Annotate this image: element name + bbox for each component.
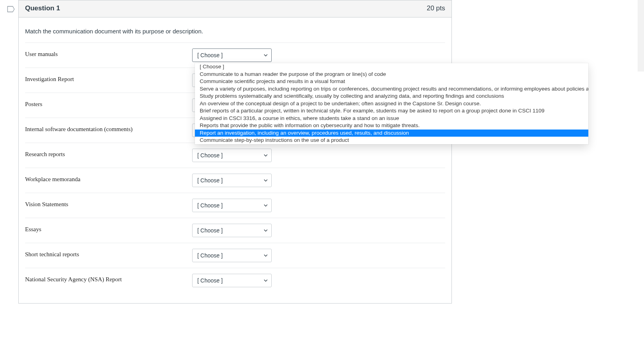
chevron-down-icon (263, 228, 268, 233)
dropdown-option[interactable]: [ Choose ] (195, 63, 588, 71)
select-wrap: [ Choose ] (192, 249, 272, 262)
chevron-down-icon (263, 278, 268, 283)
match-label: Posters (25, 99, 192, 108)
chevron-down-icon (263, 253, 268, 258)
chevron-down-icon (263, 153, 268, 158)
question-body: Match the communication document with it… (19, 17, 451, 303)
select-value: [ Choose ] (197, 252, 223, 259)
match-label: Workplace memoranda (25, 174, 192, 183)
select-wrap: [ Choose ] (192, 274, 272, 287)
match-row: Workplace memoranda[ Choose ] (25, 168, 445, 193)
match-label: Short technical reports (25, 249, 192, 258)
answer-select[interactable]: [ Choose ] (192, 149, 272, 162)
quiz-page: Question 1 20 pts Match the communicatio… (0, 0, 644, 354)
select-value: [ Choose ] (197, 52, 223, 58)
dropdown-option[interactable]: Reports that provide the public with inf… (195, 122, 588, 130)
dropdown-option[interactable]: Assigned in CSCI 3316, a course in ethic… (195, 115, 588, 122)
chevron-down-icon (263, 53, 268, 58)
question-card: Question 1 20 pts Match the communicatio… (18, 0, 452, 304)
match-label: Vision Statements (25, 199, 192, 208)
match-label: Investigation Report (25, 74, 192, 83)
select-value: [ Choose ] (197, 152, 223, 159)
select-wrap: [ Choose ] (192, 48, 272, 62)
dropdown-listbox[interactable]: [ Choose ]Communicate to a human reader … (195, 63, 588, 144)
scrollbar[interactable] (638, 0, 644, 72)
dropdown-option[interactable]: Study problems systematically and scient… (195, 93, 588, 100)
chevron-down-icon (263, 178, 268, 183)
match-label: User manuals (25, 48, 192, 58)
dropdown-option[interactable]: Serve a variety of purposes, including r… (195, 85, 588, 93)
dropdown-option[interactable]: An overview of the conceptual design of … (195, 100, 588, 108)
match-label: Essays (25, 224, 192, 233)
question-header: Question 1 20 pts (19, 0, 451, 17)
chevron-down-icon (263, 203, 268, 208)
match-label: Internal software documentation (comment… (25, 124, 192, 133)
match-row: Vision Statements[ Choose ] (25, 193, 445, 218)
match-row: National Security Agency (NSA) Report[ C… (25, 268, 445, 293)
match-row: Research reports[ Choose ] (25, 143, 445, 168)
dropdown-option[interactable]: Communicate to a human reader the purpos… (195, 71, 588, 78)
dropdown-option[interactable]: Brief reports of a particular project, w… (195, 107, 588, 115)
question-prompt: Match the communication document with it… (25, 25, 445, 43)
select-wrap: [ Choose ] (192, 149, 272, 162)
select-value: [ Choose ] (197, 202, 223, 209)
select-wrap: [ Choose ] (192, 174, 272, 187)
dropdown-option[interactable]: Communicate step-by-step instructions on… (195, 137, 588, 144)
match-row: Short technical reports[ Choose ] (25, 243, 445, 268)
answer-select[interactable]: [ Choose ] (192, 224, 272, 237)
select-value: [ Choose ] (197, 177, 223, 184)
match-label: National Security Agency (NSA) Report (25, 274, 192, 283)
question-points: 20 pts (427, 4, 445, 12)
flag-icon[interactable] (7, 6, 15, 12)
answer-select[interactable]: [ Choose ] (192, 48, 272, 62)
select-value: [ Choose ] (197, 227, 223, 234)
answer-select[interactable]: [ Choose ] (192, 199, 272, 212)
match-label: Research reports (25, 149, 192, 158)
answer-select[interactable]: [ Choose ] (192, 174, 272, 187)
select-wrap: [ Choose ] (192, 199, 272, 212)
answer-select[interactable]: [ Choose ] (192, 274, 272, 287)
match-row: Essays[ Choose ] (25, 218, 445, 243)
select-wrap: [ Choose ] (192, 224, 272, 237)
dropdown-option[interactable]: Communicate scientific projects and resu… (195, 78, 588, 85)
dropdown-option[interactable]: Report an investigation, including an ov… (195, 130, 588, 137)
answer-select[interactable]: [ Choose ] (192, 249, 272, 262)
select-value: [ Choose ] (197, 277, 223, 284)
question-title: Question 1 (25, 4, 60, 12)
